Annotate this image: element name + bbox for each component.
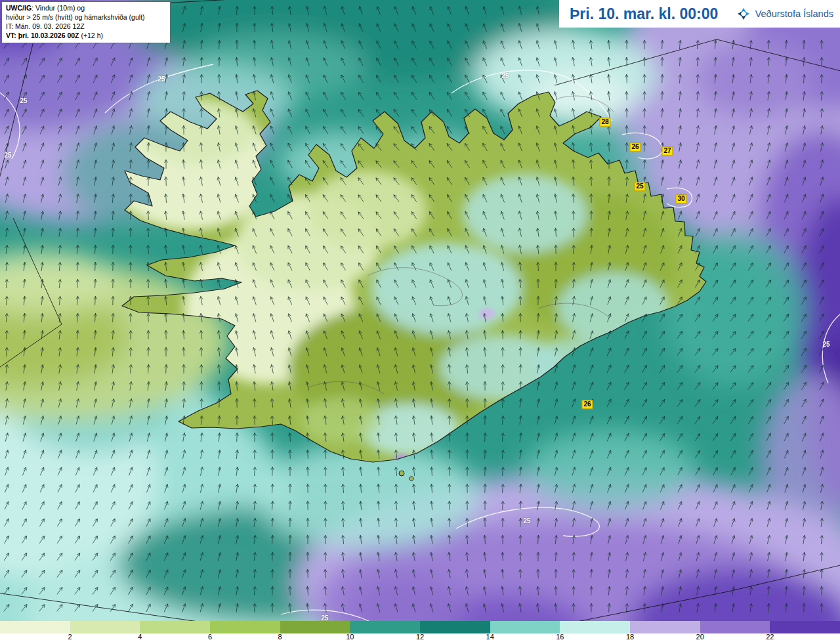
info-line-4: VT: þri. 10.03.2026 00Z (+12 h) xyxy=(6,32,166,41)
colorbar-tick-label: 6 xyxy=(208,633,212,641)
colorbar-segment xyxy=(630,621,700,633)
colorbar-tick-label: 22 xyxy=(766,633,774,641)
colorbar-tick-label: 16 xyxy=(556,633,564,641)
island xyxy=(399,471,404,476)
colorbar-segment xyxy=(350,621,420,633)
info-line-1: UWC/IG: Vindur (10m) og xyxy=(6,4,166,13)
wind-speed-colorbar: 246810121416182022 xyxy=(0,621,840,642)
colorbar-tick-row: 246810121416182022 xyxy=(0,633,840,642)
colorbar-tick-label: 4 xyxy=(138,633,142,641)
colorbar-segment xyxy=(280,621,350,633)
colorbar-gradient xyxy=(0,621,840,633)
colorbar-segment xyxy=(770,621,840,633)
brand-name: Veðurstofa Íslands xyxy=(755,9,833,19)
colorbar-segment xyxy=(700,621,770,633)
weather-map-page: 28262725302625252525252525 UWC/IG: Vindu… xyxy=(0,0,840,642)
info-box: UWC/IG: Vindur (10m) og hviður > 25 m/s … xyxy=(1,1,171,43)
colorbar-segment xyxy=(490,621,560,633)
info-line-3: IT: Mán. 09. 03. 2026 12Z xyxy=(6,22,166,32)
title-bar: Þri. 10. mar. kl. 00:00 Veðurstofa Íslan… xyxy=(559,0,840,28)
wind-map xyxy=(0,0,840,642)
brand-logo: Veðurstofa Íslands xyxy=(736,6,833,22)
colorbar-tick-label: 8 xyxy=(278,633,282,641)
vedurstofa-logo-icon xyxy=(736,6,751,22)
colorbar-tick-label: 2 xyxy=(68,633,72,641)
colorbar-segment xyxy=(140,621,210,633)
colorbar-segment xyxy=(70,621,140,633)
info-line-2: hviður > 25 m/s (hvítt) og hámarkshviða … xyxy=(6,13,166,22)
colorbar-segment xyxy=(420,621,490,633)
colorbar-segment xyxy=(560,621,630,633)
island xyxy=(410,477,413,481)
colorbar-tick-label: 18 xyxy=(626,633,634,641)
colorbar-segment xyxy=(210,621,280,633)
colorbar-tick-label: 12 xyxy=(416,633,424,641)
colorbar-tick-label: 14 xyxy=(486,633,494,641)
colorbar-tick-label: 10 xyxy=(346,633,354,641)
colorbar-segment xyxy=(0,621,70,633)
valid-time-title: Þri. 10. mar. kl. 00:00 xyxy=(570,5,718,23)
colorbar-tick-label: 20 xyxy=(696,633,704,641)
